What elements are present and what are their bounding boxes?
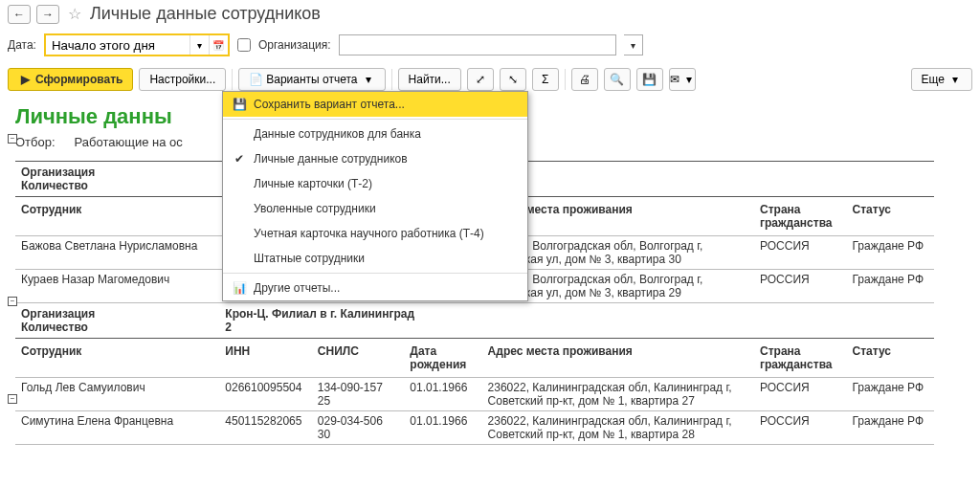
- date-input[interactable]: [46, 35, 189, 55]
- nav-forward-button[interactable]: →: [36, 5, 59, 24]
- cell-dob: 01.01.1966: [404, 411, 481, 445]
- col-dob: Дата рождения: [404, 339, 481, 378]
- dd-fired[interactable]: Уволенные сотрудники: [223, 196, 527, 221]
- col-citizenship: Страна гражданства: [754, 197, 847, 236]
- print-button[interactable]: 🖨: [571, 68, 598, 91]
- mail-icon: ✉: [670, 73, 680, 86]
- dd-personal-data[interactable]: ✔Личные данные сотрудников: [223, 146, 527, 171]
- col-citizenship: Страна гражданства: [754, 339, 847, 378]
- toolbar-separator: [391, 69, 392, 90]
- dd-staff-label: Штатные сотрудники: [254, 252, 365, 265]
- tree-collapse-1[interactable]: −: [8, 134, 17, 144]
- cell-addr: 236022, Калининградская обл, Калининград…: [482, 411, 754, 445]
- nav-back-button[interactable]: ←: [8, 5, 31, 24]
- cell-dob: 01.01.1966: [404, 378, 481, 411]
- search-icon: 🔍: [611, 73, 624, 86]
- tree-collapse-2[interactable]: −: [8, 297, 17, 306]
- col-status: Статус: [847, 339, 934, 378]
- dd-t2-cards[interactable]: Личные карточки (Т-2): [223, 171, 527, 196]
- find-button[interactable]: Найти...: [398, 68, 461, 91]
- dd-t4-card[interactable]: Учетная карточка научного работника (Т-4…: [223, 221, 527, 246]
- date-dropdown-button[interactable]: ▾: [189, 35, 209, 55]
- dd-t2-cards-label: Личные карточки (Т-2): [254, 177, 372, 190]
- dd-bank-data[interactable]: Данные сотрудников для банка: [223, 122, 527, 146]
- check-icon: ✔: [233, 152, 246, 166]
- org-dropdown-button[interactable]: ▾: [624, 34, 643, 55]
- favorite-star-icon[interactable]: ☆: [65, 5, 84, 24]
- group-org-value: Крон-Ц. Филиал в г. Калининград: [225, 307, 414, 321]
- dropdown-separator: [223, 273, 527, 274]
- col-employee: Сотрудник: [15, 339, 219, 378]
- cell-cit: РОССИЯ: [754, 411, 847, 445]
- group-org-label: Организация: [21, 166, 95, 179]
- collapse-button[interactable]: ⤡: [500, 68, 526, 91]
- page-title: Личные данные сотрудников: [90, 4, 321, 24]
- dd-other-reports-label: Другие отчеты...: [254, 281, 340, 295]
- dd-bank-data-label: Данные сотрудников для банка: [254, 127, 421, 141]
- expand-button[interactable]: ⤢: [467, 68, 494, 91]
- table-row[interactable]: Симутина Елена Францевна450115282065029-…: [15, 411, 934, 445]
- save-button[interactable]: 💾: [636, 68, 663, 91]
- cell-status: Граждане РФ: [847, 378, 934, 411]
- form-button-label: Сформировать: [35, 73, 122, 86]
- tree-collapse-3[interactable]: −: [8, 394, 17, 404]
- org-input[interactable]: [339, 34, 616, 55]
- arrow-left-icon: ←: [13, 8, 25, 21]
- chevron-down-icon: ▾: [684, 73, 695, 86]
- group-org-label: Организация: [21, 307, 95, 321]
- chart-icon: 📊: [233, 281, 246, 295]
- play-icon: ▶: [18, 73, 32, 86]
- col-status: Статус: [847, 197, 934, 236]
- cell-status: Граждане РФ: [847, 270, 934, 303]
- report-variants-dropdown: 💾 Сохранить вариант отчета... Данные сот…: [222, 91, 528, 301]
- cell-inn: 450115282065: [219, 411, 312, 445]
- col-snils: СНИЛС: [312, 339, 405, 378]
- dd-t4-card-label: Учетная карточка научного работника (Т-4…: [254, 227, 484, 240]
- toolbar-separator: [232, 69, 233, 90]
- col-employee: Сотрудник: [15, 197, 219, 236]
- dd-fired-label: Уволенные сотрудники: [254, 202, 376, 215]
- group-count-label: Количество: [21, 321, 88, 334]
- preview-button[interactable]: 🔍: [604, 68, 631, 91]
- date-label: Дата:: [8, 38, 36, 52]
- report-variants-button[interactable]: 📄 Варианты отчета ▾: [238, 68, 385, 91]
- group-header-2[interactable]: ОрганизацияКоличество Крон-Ц. Филиал в г…: [15, 303, 934, 339]
- floppy-icon: 💾: [643, 73, 657, 86]
- cell-inn: 026610095504: [219, 378, 312, 411]
- column-header-row: Сотрудник ИНН СНИЛС Дата рождения Адрес …: [15, 339, 934, 378]
- save-icon: 💾: [233, 98, 246, 111]
- dd-other-reports[interactable]: 📊Другие отчеты...: [223, 276, 527, 300]
- col-inn: ИНН: [219, 339, 312, 378]
- cell-emp: Симутина Елена Францевна: [15, 411, 219, 445]
- chevron-down-icon: ▾: [631, 40, 635, 51]
- cell-addr: 236022, Калининградская обл, Калининград…: [482, 378, 754, 411]
- cell-snils: 134-090-157 25: [312, 378, 405, 411]
- chevron-down-icon: ▾: [197, 40, 202, 51]
- table-row[interactable]: Гольд Лев Самуилович026610095504134-090-…: [15, 378, 934, 411]
- date-picker-button[interactable]: 📅: [209, 35, 228, 55]
- dd-save-variant[interactable]: 💾 Сохранить вариант отчета...: [223, 92, 527, 117]
- collapse-icon: ⤡: [506, 73, 520, 86]
- sum-button[interactable]: Σ: [532, 68, 559, 91]
- chevron-down-icon: ▾: [362, 73, 375, 86]
- dd-save-variant-label: Сохранить вариант отчета...: [254, 98, 405, 111]
- report-filter-label: Отбор:: [15, 135, 56, 149]
- cell-cit: РОССИЯ: [754, 270, 847, 303]
- more-button[interactable]: Еще ▾: [911, 68, 972, 91]
- calendar-icon: 📅: [212, 40, 224, 51]
- org-checkbox[interactable]: [237, 38, 251, 52]
- col-address: Адрес места проживания: [482, 339, 754, 378]
- more-button-label: Еще: [922, 73, 945, 86]
- form-button[interactable]: ▶ Сформировать: [8, 68, 133, 91]
- variants-icon: 📄: [249, 73, 262, 86]
- settings-button[interactable]: Настройки...: [139, 68, 226, 91]
- arrow-right-icon: →: [42, 8, 54, 21]
- email-button[interactable]: ✉▾: [669, 68, 696, 91]
- expand-icon: ⤢: [474, 73, 487, 86]
- cell-emp: Гольд Лев Самуилович: [15, 378, 219, 411]
- report-filter-value: Работающие на ос: [75, 135, 183, 149]
- cell-emp: Бажова Светлана Нурисламовна: [15, 236, 219, 270]
- cell-emp: Кураев Назар Магомедович: [15, 270, 219, 303]
- dd-staff[interactable]: Штатные сотрудники: [223, 246, 527, 271]
- report-variants-label: Варианты отчета: [266, 73, 357, 86]
